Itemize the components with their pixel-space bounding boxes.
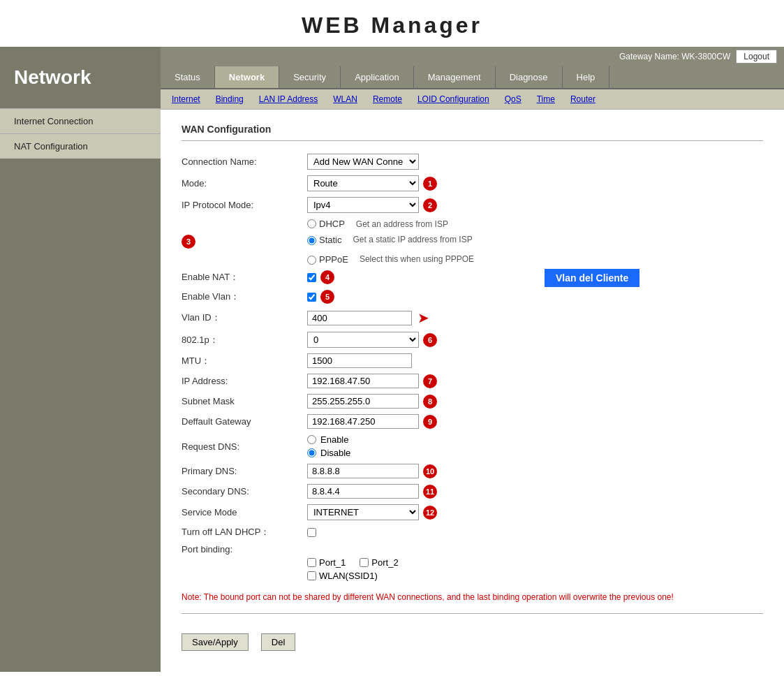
- main-content: WAN Configuration Connection Name: Add N…: [161, 110, 784, 672]
- mode-select[interactable]: Route: [307, 175, 419, 191]
- gateway-name: Gateway Name: WK-3800CW: [619, 52, 730, 61]
- dhcp-label: DHCP: [319, 219, 345, 229]
- vlan-id-label: Vlan ID：: [182, 311, 307, 324]
- static-radio[interactable]: [307, 236, 316, 245]
- dot1p-row: 802.1p： 0 6: [182, 332, 763, 348]
- connection-name-select[interactable]: Add New WAN Conne: [307, 154, 419, 170]
- connection-name-label: Connection Name:: [182, 156, 307, 167]
- enable-vlan-row: Enable Vlan： 5 Vlan del Cliente: [182, 290, 763, 304]
- subtab-qos[interactable]: QoS: [498, 92, 528, 106]
- ip-protocol-select[interactable]: Ipv4: [307, 197, 419, 213]
- sidebar-title: Network: [0, 47, 161, 108]
- del-button[interactable]: Del: [261, 633, 296, 651]
- tab-network[interactable]: Network: [215, 66, 279, 88]
- top-bar: Gateway Name: WK-3800CW Logout: [161, 47, 784, 66]
- step-7-badge: 7: [423, 374, 437, 388]
- tab-security[interactable]: Security: [279, 66, 341, 88]
- sidebar-item-nat[interactable]: NAT Configuration: [0, 133, 161, 159]
- pppoe-radio[interactable]: [307, 256, 316, 265]
- tab-diagnose[interactable]: Diagnose: [496, 66, 563, 88]
- logout-button[interactable]: Logout: [736, 50, 777, 64]
- subtab-binding[interactable]: Binding: [209, 92, 251, 106]
- port-binding-row: Port binding:: [182, 544, 763, 555]
- sidebar: Network Internet Connection NAT Configur…: [0, 47, 161, 672]
- step-1-badge: 1: [423, 177, 437, 191]
- subtab-wlan[interactable]: WLAN: [326, 92, 364, 106]
- primary-dns-label: Primary DNS:: [182, 466, 307, 476]
- subtab-loid[interactable]: LOID Configuration: [411, 92, 496, 106]
- subtab-remote[interactable]: Remote: [366, 92, 409, 106]
- default-gateway-input[interactable]: [307, 414, 419, 429]
- ip-address-row: IP Address: 7: [182, 374, 763, 388]
- service-mode-select[interactable]: INTERNET: [307, 504, 419, 520]
- pppoe-desc: Select this when using PPPOE: [360, 254, 474, 264]
- tab-status[interactable]: Status: [161, 66, 215, 88]
- port2-label: Port_2: [371, 557, 398, 568]
- dot1p-label: 802.1p：: [182, 334, 307, 346]
- subtab-lan-ip[interactable]: LAN IP Address: [252, 92, 325, 106]
- dhcp-row: DHCP Get an address from ISP: [182, 219, 763, 229]
- step-3-badge: 3: [182, 235, 195, 249]
- service-mode-label: Service Mode: [182, 507, 307, 517]
- sub-tabs: Internet Binding LAN IP Address WLAN Rem…: [161, 89, 784, 110]
- tab-help[interactable]: Help: [563, 66, 610, 88]
- pppoe-label: PPPoE: [319, 254, 348, 265]
- step-4-badge: 4: [320, 270, 334, 284]
- turn-off-lan-row: Turn off LAN DHCP：: [182, 526, 763, 538]
- subtab-router[interactable]: Router: [563, 92, 602, 106]
- mtu-label: MTU：: [182, 355, 307, 367]
- ip-protocol-row: IP Protocol Mode: Ipv4 2: [182, 197, 763, 213]
- save-apply-button[interactable]: Save/Apply: [182, 633, 249, 651]
- request-dns-row: Request DNS: Enable Disable: [182, 434, 763, 458]
- step-6-badge: 6: [423, 333, 437, 347]
- primary-dns-input[interactable]: [307, 464, 419, 478]
- dhcp-radio[interactable]: [307, 219, 316, 228]
- subnet-mask-row: Subnet Mask 8: [182, 394, 763, 409]
- dns-enable-label: Enable: [320, 434, 348, 445]
- port1-checkbox[interactable]: [307, 558, 316, 567]
- wlan-checkbox[interactable]: [307, 571, 316, 580]
- dhcp-desc: Get an address from ISP: [356, 219, 448, 229]
- tab-management[interactable]: Management: [414, 66, 496, 88]
- enable-nat-label: Enable NAT：: [182, 271, 307, 284]
- step-5-badge: 5: [320, 290, 334, 304]
- mtu-row: MTU：: [182, 353, 763, 368]
- static-label: Static: [319, 235, 342, 245]
- ip-address-input[interactable]: [307, 374, 419, 388]
- pppoe-row: PPPoE Select this when using PPPOE: [182, 254, 763, 265]
- default-gateway-row: Deffault Gateway 9: [182, 414, 763, 429]
- dns-enable-radio[interactable]: [307, 435, 316, 444]
- subnet-mask-input[interactable]: [307, 394, 419, 409]
- ip-address-label: IP Address:: [182, 376, 307, 386]
- subnet-mask-label: Subnet Mask: [182, 396, 307, 406]
- port-binding-options: Port_1 Port_2: [307, 557, 763, 568]
- turn-off-lan-label: Turn off LAN DHCP：: [182, 526, 307, 538]
- step-12-badge: 12: [423, 506, 437, 520]
- step-2-badge: 2: [423, 198, 437, 212]
- dot1p-select[interactable]: 0: [307, 332, 419, 348]
- port-binding-label: Port binding:: [182, 544, 307, 555]
- sidebar-item-internet[interactable]: Internet Connection: [0, 108, 161, 133]
- port2-checkbox[interactable]: [360, 558, 369, 567]
- port1-label: Port_1: [319, 557, 346, 568]
- tab-application[interactable]: Application: [341, 66, 414, 88]
- action-buttons: Save/Apply Del: [182, 626, 763, 658]
- dns-disable-radio[interactable]: [307, 448, 316, 457]
- subtab-internet[interactable]: Internet: [165, 92, 207, 106]
- connection-name-row: Connection Name: Add New WAN Conne: [182, 154, 763, 170]
- secondary-dns-input[interactable]: [307, 484, 419, 499]
- vlan-id-input[interactable]: [307, 311, 412, 325]
- primary-dns-row: Primary DNS: 10: [182, 464, 763, 478]
- enable-vlan-label: Enable Vlan：: [182, 291, 307, 303]
- subtab-time[interactable]: Time: [530, 92, 562, 106]
- step-11-badge: 11: [423, 485, 437, 499]
- mtu-input[interactable]: [307, 353, 412, 368]
- mode-row: Mode: Route 1: [182, 175, 763, 191]
- content-area: Gateway Name: WK-3800CW Logout Status Ne…: [161, 47, 784, 672]
- wlan-label: WLAN(SSID1): [319, 571, 378, 581]
- request-dns-label: Request DNS:: [182, 441, 307, 452]
- enable-vlan-checkbox[interactable]: [307, 293, 316, 302]
- turn-off-lan-checkbox[interactable]: [307, 528, 316, 537]
- enable-nat-checkbox[interactable]: [307, 273, 316, 282]
- mode-label: Mode:: [182, 178, 307, 189]
